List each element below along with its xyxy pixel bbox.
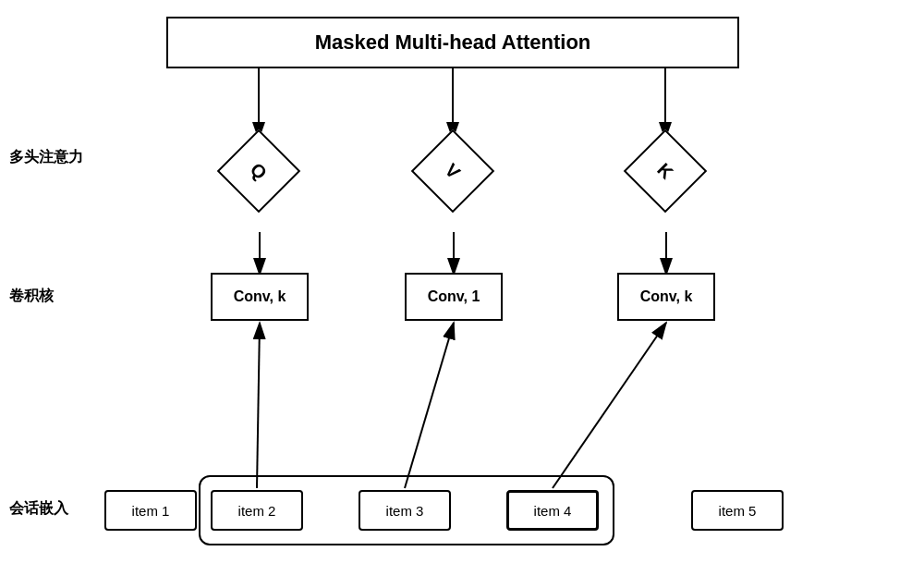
svg-line-9 bbox=[405, 323, 454, 488]
item-4-label: item 4 bbox=[534, 503, 572, 519]
diagram-container: Masked Multi-head Attention 多头注意力 卷积核 会话… bbox=[0, 0, 924, 588]
label-embed: 会话嵌入 bbox=[9, 499, 68, 519]
item-2-label: item 2 bbox=[238, 503, 276, 519]
conv-v-box: Conv, 1 bbox=[405, 273, 503, 321]
diamond-k-wrapper: K bbox=[636, 141, 695, 201]
diamond-k: K bbox=[624, 129, 708, 214]
item-2-box: item 2 bbox=[211, 490, 303, 531]
item-1-box: item 1 bbox=[104, 490, 197, 531]
diamond-q: Q bbox=[217, 129, 301, 214]
svg-line-8 bbox=[257, 323, 260, 488]
diamond-q-label: Q bbox=[232, 144, 286, 199]
item-5-box: item 5 bbox=[691, 490, 784, 531]
item-4-box: item 4 bbox=[506, 490, 599, 531]
label-attention: 多头注意力 bbox=[9, 148, 83, 167]
diamond-v: V bbox=[411, 129, 495, 214]
item-5-label: item 5 bbox=[719, 503, 757, 519]
diamond-q-wrapper: Q bbox=[229, 141, 288, 201]
conv-q-box: Conv, k bbox=[211, 273, 309, 321]
conv-q-label: Conv, k bbox=[234, 288, 286, 305]
diamond-v-wrapper: V bbox=[423, 141, 482, 201]
top-box: Masked Multi-head Attention bbox=[166, 17, 739, 68]
item-3-label: item 3 bbox=[386, 503, 424, 519]
item-3-box: item 3 bbox=[359, 490, 451, 531]
item-1-label: item 1 bbox=[132, 503, 170, 519]
diamond-k-label: K bbox=[638, 144, 693, 199]
svg-line-10 bbox=[553, 323, 666, 488]
conv-k-box: Conv, k bbox=[617, 273, 715, 321]
conv-v-label: Conv, 1 bbox=[428, 288, 480, 305]
top-box-label: Masked Multi-head Attention bbox=[315, 31, 591, 55]
diamond-v-label: V bbox=[426, 144, 480, 199]
label-conv: 卷积核 bbox=[9, 287, 54, 306]
conv-k-label: Conv, k bbox=[640, 288, 693, 305]
